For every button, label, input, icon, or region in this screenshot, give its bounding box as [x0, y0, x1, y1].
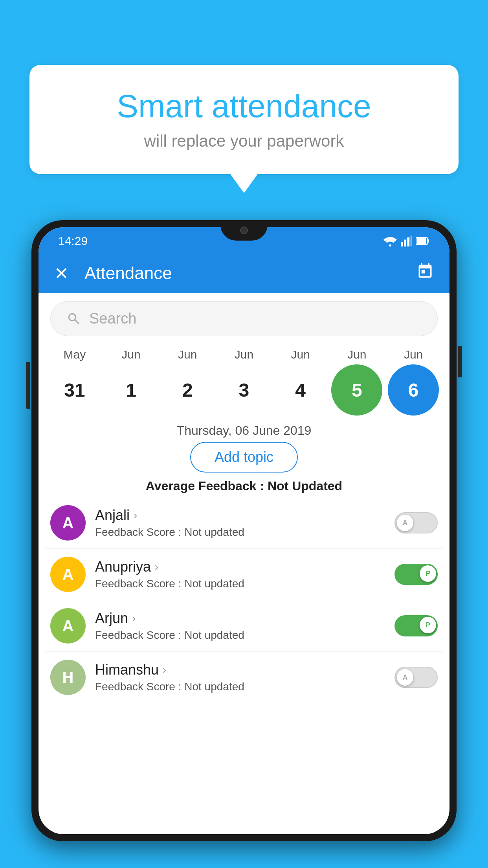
- speech-bubble: Smart attendance will replace your paper…: [29, 65, 459, 174]
- student-name-anjali: Anjali ›: [95, 507, 385, 524]
- student-info-himanshu: Himanshu › Feedback Score : Not updated: [95, 662, 385, 693]
- phone-screen: 14:29: [39, 227, 449, 834]
- chevron-arjun: ›: [132, 612, 136, 625]
- chevron-anupriya: ›: [155, 561, 158, 573]
- avatar-anupriya: A: [50, 557, 86, 592]
- toggle-anjali[interactable]: A A: [394, 512, 438, 533]
- cal-month-1: Jun: [106, 348, 157, 361]
- toggle-knob-anupriya: P: [420, 565, 436, 582]
- svg-rect-3: [407, 237, 409, 246]
- cal-month-6: Jun: [388, 348, 439, 361]
- cal-date-3[interactable]: 3: [218, 364, 270, 416]
- avatar-anjali: A: [50, 505, 86, 541]
- cal-month-5: Jun: [331, 348, 382, 361]
- student-name-arjun: Arjun ›: [95, 610, 385, 627]
- student-item-anjali[interactable]: A Anjali › Feedback Score : Not updated …: [46, 497, 442, 549]
- calendar-dates: 31 1 2 3 4 5 6: [46, 364, 442, 416]
- student-feedback-arjun: Feedback Score : Not updated: [95, 629, 385, 642]
- battery-icon: [416, 237, 430, 245]
- add-topic-button[interactable]: Add topic: [190, 442, 298, 473]
- student-list: A Anjali › Feedback Score : Not updated …: [39, 497, 449, 703]
- phone-container: 14:29: [31, 220, 457, 868]
- cal-date-1[interactable]: 1: [106, 364, 157, 416]
- toggle-knob-himanshu: A: [397, 669, 413, 686]
- status-icons: [383, 235, 430, 246]
- signal-icon: [401, 235, 412, 246]
- chevron-himanshu: ›: [163, 664, 166, 676]
- cal-month-4: Jun: [275, 348, 326, 361]
- chevron-anjali: ›: [134, 509, 137, 522]
- student-feedback-anjali: Feedback Score : Not updated: [95, 526, 385, 539]
- wifi-icon: [383, 235, 397, 246]
- cal-month-2: Jun: [162, 348, 213, 361]
- student-item-himanshu[interactable]: H Himanshu › Feedback Score : Not update…: [46, 652, 442, 703]
- search-icon: [66, 311, 81, 326]
- selected-date-label: Thursday, 06 June 2019: [39, 423, 449, 438]
- student-item-arjun[interactable]: A Arjun › Feedback Score : Not updated P: [46, 600, 442, 652]
- svg-rect-7: [416, 238, 426, 244]
- cal-date-5[interactable]: 5: [331, 364, 382, 416]
- svg-point-0: [389, 245, 391, 247]
- toggle-knob-anjali: A: [397, 515, 413, 531]
- speech-bubble-subtitle: will replace your paperwork: [49, 132, 439, 151]
- cal-date-0[interactable]: 31: [49, 364, 100, 416]
- student-feedback-anupriya: Feedback Score : Not updated: [95, 577, 385, 590]
- svg-rect-6: [427, 239, 429, 243]
- toggle-arjun[interactable]: P P: [394, 615, 438, 636]
- student-info-arjun: Arjun › Feedback Score : Not updated: [95, 610, 385, 642]
- phone-frame: 14:29: [31, 220, 457, 841]
- app-bar: ✕ Attendance: [39, 253, 449, 293]
- speech-bubble-title: Smart attendance: [49, 88, 439, 124]
- student-info-anjali: Anjali › Feedback Score : Not updated: [95, 507, 385, 539]
- phone-notch: [220, 220, 268, 241]
- app-title: Attendance: [84, 263, 405, 283]
- cal-date-4[interactable]: 4: [275, 364, 326, 416]
- calendar-button[interactable]: [416, 263, 434, 284]
- student-feedback-himanshu: Feedback Score : Not updated: [95, 680, 385, 693]
- avatar-arjun: A: [50, 608, 86, 644]
- student-name-anupriya: Anupriya ›: [95, 559, 385, 575]
- search-bar[interactable]: Search: [50, 301, 438, 336]
- svg-rect-4: [411, 235, 412, 246]
- avatar-himanshu: H: [50, 660, 86, 695]
- cal-date-6[interactable]: 6: [388, 364, 439, 416]
- cal-month-0: May: [49, 348, 100, 361]
- toggle-anupriya[interactable]: P P: [394, 564, 438, 585]
- average-feedback: Average Feedback : Not Updated: [39, 479, 449, 493]
- student-name-himanshu: Himanshu ›: [95, 662, 385, 678]
- status-time: 14:29: [58, 234, 88, 248]
- search-placeholder: Search: [89, 310, 422, 327]
- calendar-months: May Jun Jun Jun Jun Jun Jun: [46, 348, 442, 361]
- cal-date-2[interactable]: 2: [162, 364, 213, 416]
- cal-month-3: Jun: [218, 348, 270, 361]
- avg-feedback-value: Not Updated: [268, 479, 342, 493]
- svg-rect-1: [401, 242, 403, 246]
- svg-rect-2: [404, 240, 406, 247]
- toggle-knob-arjun: P: [420, 617, 436, 633]
- camera: [240, 226, 248, 234]
- student-item-anupriya[interactable]: A Anupriya › Feedback Score : Not update…: [46, 549, 442, 600]
- toggle-himanshu[interactable]: A A: [394, 667, 438, 688]
- calendar-row: May Jun Jun Jun Jun Jun Jun 31 1 2 3 4 5…: [39, 344, 449, 416]
- close-button[interactable]: ✕: [54, 263, 69, 283]
- avg-feedback-label: Average Feedback :: [146, 479, 268, 493]
- student-info-anupriya: Anupriya › Feedback Score : Not updated: [95, 559, 385, 590]
